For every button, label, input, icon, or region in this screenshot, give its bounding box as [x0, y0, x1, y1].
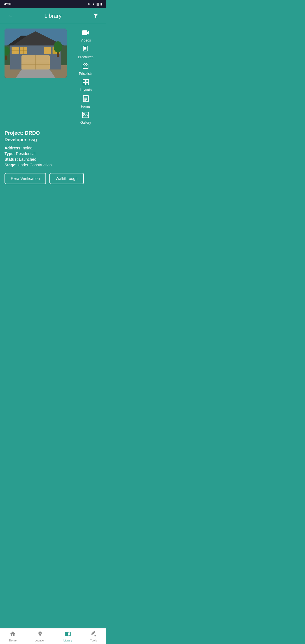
developer-value: ssg	[29, 137, 37, 142]
wifi-icon: ▲	[92, 2, 95, 6]
rera-verification-button[interactable]: Rera Verification	[5, 173, 46, 184]
svg-rect-41	[82, 112, 89, 118]
back-button[interactable]: ←	[5, 10, 16, 21]
brochures-label: Brochures	[78, 55, 93, 59]
address-label: Address:	[5, 146, 22, 150]
pricelists-label: Pricelists	[79, 72, 92, 76]
type-row: Type: Residential	[5, 151, 101, 156]
svg-rect-32	[83, 79, 86, 82]
stage-row: Stage: Under Construction	[5, 163, 101, 167]
page-title: Library	[44, 13, 62, 19]
status-time: 4:28	[4, 2, 11, 6]
walkthrough-button[interactable]: Walkthrough	[49, 173, 84, 184]
pricelists-icon	[82, 62, 89, 71]
forms-label: Forms	[81, 105, 91, 108]
svg-rect-12	[44, 47, 51, 54]
menu-item-brochures[interactable]: Brochures	[76, 45, 96, 60]
svg-rect-23	[82, 30, 87, 35]
address-row: Address: noida	[5, 146, 101, 150]
menu-item-pricelists[interactable]: Pricelists	[77, 61, 95, 77]
svg-rect-27	[84, 48, 86, 49]
menu-item-gallery[interactable]: Gallery	[78, 111, 93, 126]
address-value: noida	[23, 146, 32, 150]
menu-item-layouts[interactable]: Layouts	[77, 78, 94, 93]
stage-label: Stage:	[5, 163, 17, 167]
menu-item-videos[interactable]: Videos	[78, 29, 93, 43]
layouts-icon	[83, 79, 89, 87]
videos-label: Videos	[80, 38, 91, 42]
svg-point-42	[84, 113, 85, 115]
type-value: Residential	[16, 151, 35, 156]
status-icons: ⚙ ▲ ||| ▮	[88, 2, 102, 6]
gallery-label: Gallery	[80, 121, 91, 125]
status-bar: 4:28 ⚙ ▲ ||| ▮	[0, 0, 106, 8]
type-label: Type:	[5, 151, 15, 156]
gallery-icon	[82, 112, 89, 120]
svg-marker-18	[16, 69, 55, 78]
settings-icon: ⚙	[88, 2, 91, 6]
signal-icon: |||	[96, 2, 99, 6]
layouts-label: Layouts	[80, 88, 91, 92]
battery-icon: ▮	[100, 2, 102, 6]
status-row: Status: Launched	[5, 157, 101, 162]
top-row: Videos Brochures	[5, 29, 101, 126]
brochures-icon	[82, 46, 89, 54]
videos-icon	[82, 30, 89, 38]
status-label: Status:	[5, 157, 18, 162]
svg-rect-33	[86, 79, 89, 82]
action-buttons: Rera Verification Walkthrough	[5, 173, 101, 184]
app-bar: ← Library	[0, 8, 106, 24]
svg-rect-28	[84, 49, 86, 50]
right-menu: Videos Brochures	[70, 29, 101, 126]
property-image	[5, 29, 67, 78]
back-icon: ←	[7, 13, 13, 19]
svg-rect-26	[84, 47, 86, 48]
svg-point-20	[54, 41, 62, 53]
developer-label: Developer:	[5, 137, 28, 142]
svg-rect-35	[86, 82, 89, 85]
developer-name: Developer: ssg	[5, 137, 101, 142]
status-value: Launched	[19, 157, 36, 162]
menu-item-forms[interactable]: Forms	[79, 94, 93, 110]
filter-button[interactable]	[90, 10, 101, 21]
main-content: Videos Brochures	[0, 24, 106, 208]
stage-value: Under Construction	[18, 163, 52, 167]
project-name: Project: DRDO	[5, 130, 101, 136]
property-details: Project: DRDO Developer: ssg Address: no…	[5, 130, 101, 167]
svg-rect-34	[83, 82, 86, 85]
project-label: Project:	[5, 130, 23, 136]
forms-icon	[83, 95, 89, 104]
project-value: DRDO	[25, 130, 40, 136]
svg-marker-24	[87, 31, 89, 35]
filter-icon	[93, 13, 99, 19]
